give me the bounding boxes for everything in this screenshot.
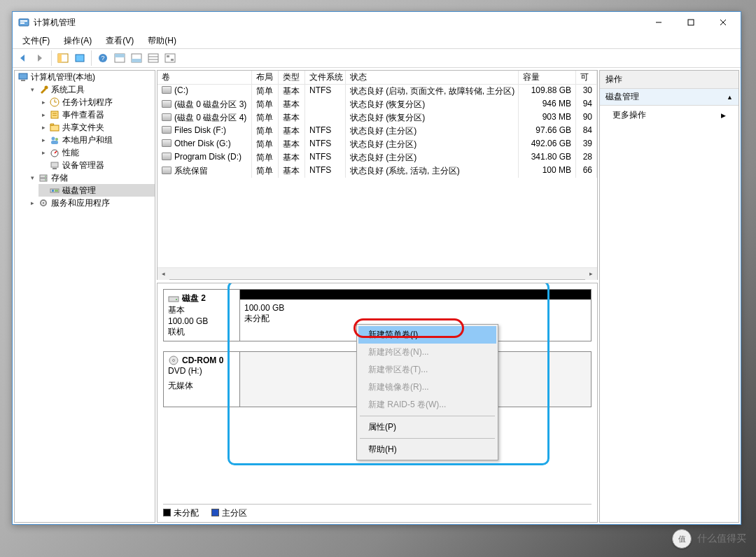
caret-right-icon: ▸ (40, 149, 47, 156)
caret-down-icon: ▾ (29, 86, 36, 93)
svg-point-24 (45, 86, 48, 90)
svg-rect-13 (115, 54, 125, 57)
cdrom-info[interactable]: CD-ROM 0 DVD (H:) 无媒体 (163, 351, 240, 407)
caret-down-icon: ▾ (29, 174, 36, 181)
volume-row[interactable]: Other Disk (G:)简单基本NTFS状态良好 (主分区)492.06 … (158, 138, 597, 151)
tree-services[interactable]: ▸服务和应用程序 (27, 197, 155, 209)
col-free[interactable]: 可 (576, 71, 597, 84)
menubar: 文件(F) 操作(A) 查看(V) 帮助(H) (13, 33, 741, 48)
tree-root[interactable]: 计算机管理(本地) (16, 71, 155, 83)
context-menu: 新建简单卷(I)... 新建跨区卷(N)... 新建带区卷(T)... 新建镜像… (356, 324, 498, 460)
tree-disk-management[interactable]: ▸磁盘管理 (38, 184, 155, 197)
event-log-icon (49, 109, 60, 120)
volume-row[interactable]: Files Disk (F:)简单基本NTFS状态良好 (主分区)97.66 G… (158, 125, 597, 138)
volume-icon (162, 100, 172, 108)
scroll-right-button[interactable]: ▸ (585, 268, 597, 280)
tree-task-scheduler[interactable]: ▸任务计划程序 (38, 96, 155, 108)
volume-row[interactable]: Program Disk (D:)简单基本NTFS状态良好 (主分区)341.8… (158, 151, 597, 164)
menu-file[interactable]: 文件(F) (15, 34, 57, 48)
svg-rect-42 (55, 190, 58, 192)
horizontal-scrollbar[interactable]: ◂ ▸ (158, 267, 597, 279)
legend-primary: 主分区 (211, 507, 247, 519)
volume-row[interactable]: (磁盘 0 磁盘分区 4)简单基本状态良好 (恢复分区)903 MB90 (158, 111, 597, 125)
shared-folder-icon (49, 122, 60, 133)
legend: 未分配 主分区 (163, 504, 592, 519)
actions-header: 操作 (600, 71, 738, 89)
disk2-info[interactable]: 磁盘 2 基本 100.00 GB 联机 (163, 289, 240, 341)
services-icon (38, 197, 49, 209)
actions-section[interactable]: 磁盘管理 ▲ (600, 89, 738, 106)
tree-device-manager[interactable]: ▸设备管理器 (38, 159, 155, 171)
settings-button[interactable] (162, 50, 178, 66)
disk-mgmt-icon (49, 185, 60, 196)
volume-icon (162, 167, 172, 174)
col-layout[interactable]: 布局 (252, 71, 279, 84)
actions-more[interactable]: 更多操作 ▶ (600, 106, 738, 125)
performance-icon (49, 147, 60, 158)
properties-button[interactable] (72, 50, 88, 66)
ctx-help[interactable]: 帮助(H) (358, 441, 496, 458)
svg-point-30 (52, 137, 55, 141)
menu-view[interactable]: 查看(V) (99, 34, 141, 48)
volume-icon (162, 153, 172, 160)
tree-shared-folders[interactable]: ▸共享文件夹 (38, 121, 155, 134)
computer-management-window: 计算机管理 文件(F) 操作(A) 查看(V) 帮助(H) ? (12, 11, 741, 525)
col-type[interactable]: 类型 (279, 71, 305, 84)
col-capacity[interactable]: 容量 (519, 71, 576, 84)
view-list-button[interactable] (146, 50, 161, 66)
navigation-tree[interactable]: 计算机管理(本地) ▾系统工具 ▸任务计划程序 ▸事件查看器 ▸共享文件夹 ▸本… (14, 70, 155, 523)
toolbar: ? (13, 48, 741, 68)
disk-graphical-panel: 磁盘 2 基本 100.00 GB 联机 100.00 GB 未分配 (157, 283, 598, 523)
svg-rect-19 (165, 54, 175, 62)
svg-rect-2 (20, 22, 24, 24)
svg-rect-16 (148, 54, 158, 62)
menu-separator (360, 416, 495, 416)
menu-action[interactable]: 操作(A) (57, 34, 99, 48)
disk-icon (168, 293, 179, 304)
svg-text:?: ? (101, 55, 104, 62)
view-top-button[interactable] (112, 50, 127, 66)
tree-event-viewer[interactable]: ▸事件查看器 (38, 108, 155, 121)
view-bottom-button[interactable] (129, 50, 144, 66)
minimize-button[interactable] (643, 13, 675, 32)
scroll-left-button[interactable]: ◂ (158, 268, 169, 280)
collapse-icon[interactable]: ▲ (727, 94, 733, 101)
ctx-new-striped-volume: 新建带区卷(T)... (358, 361, 496, 379)
col-volume[interactable]: 卷 (158, 71, 252, 84)
ctx-new-simple-volume[interactable]: 新建简单卷(I)... (358, 326, 496, 344)
volume-row[interactable]: (磁盘 0 磁盘分区 3)简单基本状态良好 (恢复分区)946 MB94 (158, 98, 597, 111)
col-status[interactable]: 状态 (346, 71, 519, 84)
svg-rect-15 (132, 59, 141, 62)
volume-icon (162, 126, 172, 134)
clock-icon (49, 97, 60, 108)
menu-help[interactable]: 帮助(H) (141, 34, 183, 48)
tree-system-tools[interactable]: ▾系统工具 (27, 83, 155, 96)
close-button[interactable] (707, 13, 739, 32)
help-button[interactable]: ? (95, 50, 111, 66)
tree-storage[interactable]: ▾存储 (27, 171, 155, 184)
volume-icon (162, 86, 172, 94)
maximize-button[interactable] (675, 13, 707, 32)
tree-local-users[interactable]: ▸本地用户和组 (38, 134, 155, 146)
col-fs[interactable]: 文件系统 (305, 71, 346, 84)
svg-point-39 (45, 179, 46, 181)
tree-performance[interactable]: ▸性能 (38, 146, 155, 159)
nav-back-button[interactable] (15, 50, 31, 66)
svg-point-46 (176, 299, 177, 300)
ctx-properties[interactable]: 属性(P) (358, 418, 496, 436)
watermark: 值 什么值得买 (672, 529, 746, 549)
ctx-new-spanned-volume: 新建跨区卷(N)... (358, 344, 496, 361)
nav-forward-button[interactable] (32, 50, 48, 66)
volume-row[interactable]: 系统保留简单基本NTFS状态良好 (系统, 活动, 主分区)100 MB66 (158, 164, 597, 178)
volume-list-header[interactable]: 卷 布局 类型 文件系统 状态 容量 可 (158, 71, 597, 85)
show-hide-tree-button[interactable] (55, 50, 71, 66)
svg-rect-8 (58, 54, 62, 62)
titlebar[interactable]: 计算机管理 (13, 12, 741, 33)
volume-row[interactable]: (C:)简单基本NTFS状态良好 (启动, 页面文件, 故障转储, 主分区)10… (158, 85, 597, 98)
content-area: 计算机管理(本地) ▾系统工具 ▸任务计划程序 ▸事件查看器 ▸共享文件夹 ▸本… (13, 68, 741, 524)
volume-icon (162, 113, 172, 121)
svg-point-48 (173, 360, 175, 362)
watermark-badge-icon: 值 (672, 529, 692, 549)
svg-rect-9 (76, 55, 84, 62)
volume-list-body[interactable]: (C:)简单基本NTFS状态良好 (启动, 页面文件, 故障转储, 主分区)10… (158, 85, 597, 267)
